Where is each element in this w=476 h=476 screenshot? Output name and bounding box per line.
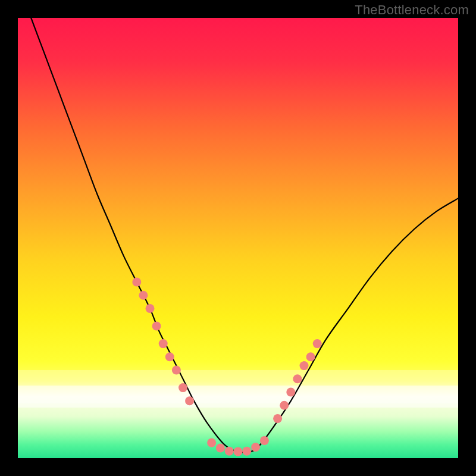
bottleneck-curve [31, 18, 458, 452]
marker-dot [280, 401, 289, 410]
marker-dot [185, 396, 194, 405]
marker-dot [146, 304, 155, 313]
marker-dot [165, 352, 174, 361]
marker-dot [139, 291, 148, 300]
marker-dot [306, 352, 315, 361]
watermark-text: TheBottleneck.com [355, 2, 469, 18]
curve-layer [18, 18, 458, 458]
marker-dots [132, 278, 321, 456]
marker-dot [251, 443, 260, 452]
marker-dot [207, 439, 216, 447]
marker-dot [313, 339, 322, 348]
marker-dot [286, 388, 295, 397]
marker-dot [225, 447, 234, 456]
plot-area [18, 18, 458, 458]
marker-dot [300, 361, 309, 370]
marker-dot [293, 374, 302, 383]
marker-dot [273, 414, 282, 423]
marker-dot [159, 339, 168, 348]
marker-dot [216, 443, 225, 452]
marker-dot [178, 383, 187, 392]
marker-dot [234, 447, 243, 456]
marker-dot [242, 447, 251, 456]
chart-frame: TheBottleneck.com [0, 0, 476, 476]
marker-dot [132, 278, 141, 287]
marker-dot [152, 322, 161, 331]
marker-dot [172, 366, 181, 375]
marker-dot [260, 436, 269, 445]
